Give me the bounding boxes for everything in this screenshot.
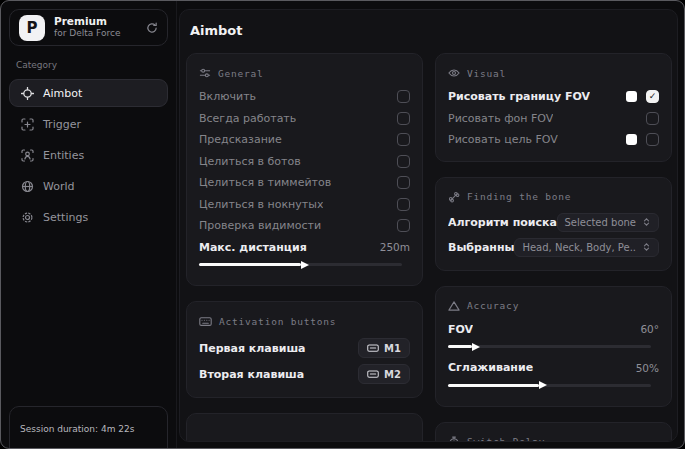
row-label: Рисовать фон FOV: [448, 112, 553, 125]
accuracy-panel-header: Accuracy: [448, 300, 659, 312]
slider-row-fov: FOV 60°: [448, 319, 659, 341]
checkbox-checked[interactable]: [646, 90, 659, 103]
activation-panel-header: Activation buttons: [199, 315, 410, 328]
keybind-button-m1[interactable]: M1: [358, 338, 410, 358]
row-label: Рисовать границу FOV: [448, 90, 590, 103]
select-value: Selected bone: [565, 217, 636, 228]
checkbox[interactable]: [397, 219, 410, 232]
sidebar-item-label: Entities: [43, 149, 84, 162]
panel-header-label: Accuracy: [467, 300, 519, 311]
sidebar-item-trigger[interactable]: Trigger: [9, 110, 168, 138]
checkbox[interactable]: [397, 176, 410, 189]
row-label: Проверка видимости: [199, 219, 321, 232]
toggle-row-enable: Включить: [199, 86, 410, 108]
switch-delay-panel-header: Switch Delay: [448, 436, 659, 443]
slider-thumb[interactable]: [301, 261, 309, 269]
select-row-selected-bones: Выбранные кости Head, Neck, Body, Pe..: [448, 235, 659, 260]
slider-thumb[interactable]: [472, 343, 480, 351]
sidebar-item-entities[interactable]: Entities: [9, 141, 168, 169]
activation-buttons-panel: Activation buttons Первая клавиша M1 Вто…: [186, 301, 423, 398]
brand-logo: P: [19, 15, 45, 41]
sidebar-item-settings[interactable]: Settings: [9, 203, 168, 231]
toggle-row-target-bots: Целиться в ботов: [199, 151, 410, 173]
entities-icon: [21, 149, 34, 162]
checkbox[interactable]: [397, 90, 410, 103]
color-swatch[interactable]: [626, 134, 637, 145]
checkbox[interactable]: [646, 112, 659, 125]
slider-fill: [199, 263, 301, 266]
checkbox[interactable]: [397, 155, 410, 168]
brand-card: P Premium for Delta Force: [9, 9, 168, 46]
row-label: Алгоритм поиска кости: [448, 216, 557, 229]
row-label: Рисовать цель FOV: [448, 133, 558, 146]
panel-header-label: Finding the bone: [467, 191, 571, 202]
slider-fill: [448, 345, 472, 348]
color-swatch[interactable]: [626, 91, 637, 102]
right-column: Visual Рисовать границу FOV Рисовать фон…: [435, 53, 672, 442]
keybind-label: M2: [384, 369, 401, 380]
keyboard-icon: [367, 342, 379, 354]
keybind-label: M1: [384, 343, 401, 354]
general-panel: General Включить Всегда работать Предска…: [186, 53, 423, 286]
sidebar-item-world[interactable]: World: [9, 172, 168, 200]
app-window: P Premium for Delta Force Category Aimbo…: [0, 0, 685, 449]
slider-thumb[interactable]: [539, 381, 547, 389]
panel-header-label: Activation buttons: [219, 316, 336, 327]
keybind-row-first: Первая клавиша M1: [199, 335, 410, 361]
row-controls: [626, 133, 659, 146]
panel-header-label: Visual: [467, 68, 506, 79]
row-label: Целиться в нокнутых: [199, 198, 323, 211]
select-value: Head, Neck, Body, Pe..: [522, 242, 636, 253]
panel-header-label: General: [218, 68, 264, 79]
visual-row-fov-border: Рисовать границу FOV: [448, 86, 659, 108]
row-controls: [626, 90, 659, 103]
refresh-icon[interactable]: [146, 22, 158, 34]
row-label: Предсказание: [199, 133, 282, 146]
sliders-icon: [199, 67, 211, 79]
checkbox[interactable]: [646, 133, 659, 146]
bone-algorithm-select[interactable]: Selected bone: [557, 213, 659, 232]
select-row-bone-algorithm: Алгоритм поиска кости Selected bone: [448, 210, 659, 235]
row-label: FOV: [448, 323, 473, 336]
session-duration-box: Session duration: 4m 22s: [9, 406, 168, 449]
checkbox[interactable]: [397, 112, 410, 125]
crosshair-icon: [21, 87, 34, 100]
visual-row-fov-target: Рисовать цель FOV: [448, 129, 659, 151]
brand-subtitle: for Delta Force: [54, 28, 120, 39]
smoothing-slider[interactable]: [448, 384, 651, 387]
row-label: Первая клавиша: [199, 342, 306, 355]
max-distance-slider[interactable]: [199, 263, 402, 266]
sidebar-item-label: Settings: [43, 211, 88, 224]
slider-value: 50%: [636, 362, 659, 374]
sidebar-item-aimbot[interactable]: Aimbot: [9, 79, 168, 107]
general-panel-header: General: [199, 67, 410, 79]
row-label: Выбранные кости: [448, 241, 514, 254]
page-title: Aimbot: [190, 23, 672, 38]
bone-panel-header: Finding the bone: [448, 191, 659, 203]
row-label: Макс. дистанция: [199, 241, 307, 254]
row-label: Целиться в тиммейтов: [199, 176, 331, 189]
category-label: Category: [16, 60, 161, 70]
sidebar: P Premium for Delta Force Category Aimbo…: [1, 1, 177, 448]
empty-panel: [186, 413, 423, 442]
checkbox[interactable]: [397, 133, 410, 146]
slider-row-smoothing: Сглаживание 50%: [448, 357, 659, 379]
keybind-button-m2[interactable]: M2: [358, 364, 410, 384]
row-controls: [646, 112, 659, 125]
keybind-row-second: Вторая клавиша M2: [199, 361, 410, 387]
toggle-row-target-teammates: Целиться в тиммейтов: [199, 172, 410, 194]
left-column: General Включить Всегда работать Предска…: [186, 53, 423, 442]
visual-row-fov-background: Рисовать фон FOV: [448, 108, 659, 130]
slider-fill: [448, 384, 539, 387]
panel-columns: General Включить Всегда работать Предска…: [186, 53, 672, 442]
slider-value: 60°: [640, 323, 659, 335]
fov-slider[interactable]: [448, 345, 651, 348]
main-content: Aimbot General Включить: [179, 9, 678, 442]
eye-icon: [448, 67, 460, 79]
globe-icon: [21, 180, 34, 193]
bone-icon: [448, 191, 460, 203]
checkbox[interactable]: [397, 198, 410, 211]
slider-value: 250m: [380, 241, 410, 253]
selected-bones-select[interactable]: Head, Neck, Body, Pe..: [514, 238, 659, 257]
visual-panel: Visual Рисовать границу FOV Рисовать фон…: [435, 53, 672, 162]
